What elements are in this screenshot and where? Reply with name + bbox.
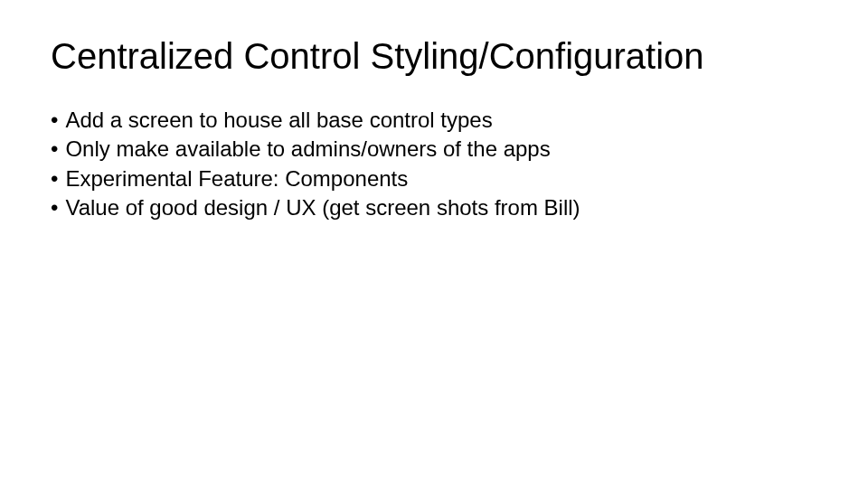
list-item: • Experimental Feature: Components [51,164,817,193]
bullet-icon: • [51,164,58,193]
list-item: • Only make available to admins/owners o… [51,135,817,164]
bullet-icon: • [51,135,58,164]
slide: Centralized Control Styling/Configuratio… [0,0,868,488]
slide-title: Centralized Control Styling/Configuratio… [51,36,817,77]
bullet-text: Experimental Feature: Components [65,164,408,193]
bullet-text: Only make available to admins/owners of … [65,135,550,164]
bullet-text: Value of good design / UX (get screen sh… [65,193,580,222]
bullet-list: • Add a screen to house all base control… [51,106,817,223]
bullet-text: Add a screen to house all base control t… [65,106,492,135]
list-item: • Value of good design / UX (get screen … [51,193,817,222]
bullet-icon: • [51,193,58,222]
list-item: • Add a screen to house all base control… [51,106,817,135]
bullet-icon: • [51,106,58,135]
